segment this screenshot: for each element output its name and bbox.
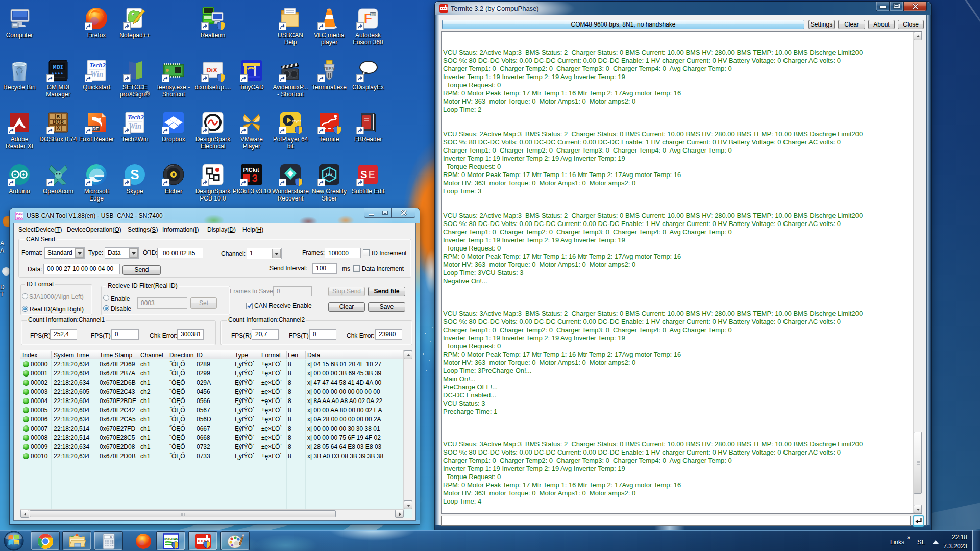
svg-text:Tech2: Tech2 [128, 113, 144, 121]
svg-text:layer: layer [292, 119, 301, 123]
svg-text:360: 360 [370, 13, 376, 16]
svg-text:USB-CAN: USB-CAN [164, 537, 178, 541]
svg-text:Tech2: Tech2 [89, 61, 106, 69]
svg-text:CAN: CAN [16, 213, 23, 216]
svg-text:3: 3 [252, 172, 257, 184]
svg-text:0: 0 [110, 536, 112, 539]
svg-text:B: B [57, 114, 60, 119]
svg-text:TOOL: TOOL [15, 216, 23, 219]
svg-text:S: S [130, 167, 139, 182]
svg-text:DOS: DOS [53, 119, 64, 125]
svg-text:E: E [368, 169, 375, 180]
svg-text:X: X [57, 125, 60, 131]
svg-text:CR: CR [326, 172, 333, 177]
svg-text:DiX: DiX [206, 66, 217, 74]
svg-text:TERM: TERM [324, 66, 335, 71]
svg-text:MDI: MDI [53, 64, 64, 71]
